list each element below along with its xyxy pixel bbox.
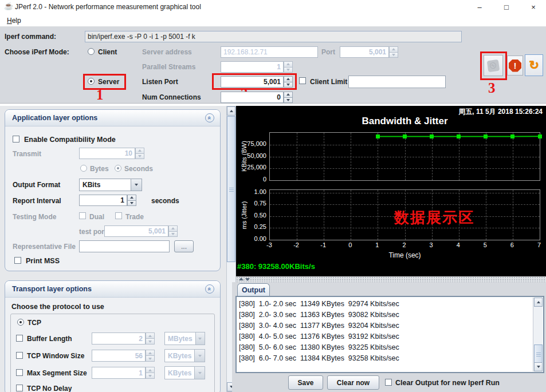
grid-line [351, 190, 351, 240]
port-value: 5,001 [369, 48, 386, 56]
y-tick-label: 0.75 [238, 200, 266, 207]
splitter-expand-down-icon[interactable] [245, 278, 250, 281]
chart-annotation-text: 数据展示区 [394, 208, 474, 228]
num-connections-value: 0 [277, 93, 281, 101]
client-limit-checkbox[interactable] [299, 77, 306, 84]
transmit-label: Transmit [13, 150, 41, 158]
x-tick-label: 2 [396, 241, 413, 248]
buffer-length-checkbox[interactable] [16, 335, 23, 342]
report-interval-label: Report Interval [13, 197, 61, 205]
close-icon[interactable]: × [522, 0, 545, 14]
transmit-field[interactable]: 10 [79, 148, 135, 159]
tcp-window-stepper[interactable] [146, 350, 155, 362]
max-segment-unit-select[interactable]: KBytes [164, 366, 205, 379]
help-menu[interactable]: Help [5, 16, 23, 25]
scroll-down-icon[interactable] [534, 362, 543, 371]
output-log[interactable]: [380] 1.0- 2.0 sec 11349 KBytes 92974 Kb… [235, 296, 544, 373]
transmit-stepper[interactable] [135, 148, 144, 159]
output-line: [380] 1.0- 2.0 sec 11349 KBytes 92974 Kb… [239, 299, 532, 310]
port-stepper[interactable] [389, 46, 398, 58]
annotation-number-3: 3 [488, 80, 496, 96]
x-tick-label: -2 [288, 241, 305, 248]
application-layer-header[interactable]: Application layer options « [5, 110, 220, 126]
tcp-window-unit-select[interactable]: KBytes [164, 349, 205, 362]
client-radio-label: Client [98, 48, 117, 56]
grid-line [270, 157, 540, 157]
port-field[interactable]: 5,001 [340, 46, 389, 58]
scroll-up-icon[interactable] [534, 298, 543, 307]
max-segment-label: Max Segment Size [27, 369, 87, 377]
splitter-expand-up-icon[interactable] [239, 278, 243, 280]
client-limit-field[interactable] [348, 76, 446, 88]
y-tick-label: 0.25 [238, 223, 266, 230]
scroll-up-icon[interactable] [227, 106, 235, 116]
clear-output-checkbox[interactable] [385, 379, 392, 386]
client-limit-label: Client Limit [310, 78, 347, 86]
chart-title: Bandwidth & Jitter [269, 116, 540, 127]
iperf-command-field[interactable]: bin/iperf.exe -s -P 0 -i 1 -p 5001 -f k [85, 31, 462, 42]
y-tick-label: 75,000 [238, 140, 266, 147]
num-connections-field[interactable]: 0 [221, 92, 284, 103]
output-line: [380] 6.0- 7.0 sec 11384 KBytes 93258 Kb… [239, 353, 532, 364]
restart-button[interactable]: ↻ [525, 54, 543, 76]
max-segment-stepper[interactable] [146, 367, 155, 379]
server-address-field[interactable]: 192.168.12.71 [221, 46, 318, 58]
collapse-up-icon[interactable]: « [205, 284, 214, 294]
client-radio[interactable] [88, 48, 95, 55]
enable-compat-checkbox[interactable] [13, 136, 19, 142]
tcp-no-delay-checkbox[interactable] [16, 385, 23, 391]
stop-button[interactable]: ! [507, 56, 523, 76]
output-scrollbar-thumb[interactable] [534, 345, 543, 363]
representative-file-field[interactable] [79, 240, 170, 252]
buffer-length-unit: MBytes [165, 332, 195, 345]
report-interval-field[interactable]: 1 [79, 195, 127, 206]
seconds-radio[interactable] [115, 165, 121, 172]
collapse-up-icon[interactable]: « [205, 113, 214, 122]
print-mss-checkbox[interactable] [14, 257, 21, 264]
buffer-length-stepper[interactable] [146, 332, 155, 345]
x-tick-label: 1 [368, 241, 386, 248]
output-format-label: Output Format [13, 181, 60, 189]
report-interval-stepper[interactable] [127, 195, 136, 206]
max-segment-field[interactable]: 1 [92, 367, 146, 379]
save-button[interactable]: Save [288, 375, 323, 390]
dual-checkbox[interactable] [79, 212, 86, 219]
trade-checkbox[interactable] [115, 212, 122, 219]
grid-line [378, 190, 378, 240]
grid-line [486, 190, 486, 240]
clear-now-button[interactable]: Clear now [327, 375, 379, 390]
num-connections-stepper[interactable] [284, 92, 293, 103]
annotation-box-2 [212, 73, 297, 90]
max-segment-checkbox[interactable] [16, 369, 23, 376]
parallel-streams-stepper[interactable] [284, 61, 293, 73]
test-port-field[interactable]: 5,001 [104, 225, 168, 237]
splitter-handle[interactable] [236, 276, 546, 282]
data-point [376, 134, 380, 138]
grid-line [513, 190, 513, 240]
bytes-radio[interactable] [80, 165, 87, 172]
output-scrollbar[interactable] [533, 298, 543, 371]
tcp-radio[interactable] [17, 319, 24, 326]
parallel-streams-label: Parallel Streams [142, 63, 195, 71]
buffer-length-unit-select[interactable]: MBytes [164, 332, 205, 345]
data-point [510, 134, 514, 138]
annotation-box-3 [480, 52, 507, 80]
test-port-stepper[interactable] [168, 225, 178, 237]
transport-layer-header[interactable]: Transport layer options « [5, 281, 220, 298]
buffer-length-field[interactable]: 2 [92, 332, 146, 345]
minimize-icon[interactable]: – [468, 0, 491, 14]
maximize-icon[interactable]: □ [495, 0, 518, 14]
output-format-select[interactable]: KBits [79, 179, 142, 191]
bandwidth-jitter-chart: 周五, 11 5月 2018 15:26:24 Bandwidth & Jitt… [236, 106, 546, 276]
browse-button[interactable]: ... [174, 240, 194, 252]
tcp-window-field[interactable]: 56 [92, 350, 146, 362]
tab-output[interactable]: Output [237, 283, 270, 296]
tcp-window-checkbox[interactable] [16, 352, 23, 359]
jperf-window: ☕ JPerf 2.0 - Network performance measur… [0, 0, 546, 392]
annotation-box-1 [83, 74, 126, 90]
options-scrollbar-thumb[interactable] [227, 116, 235, 262]
x-tick-label: 3 [423, 241, 440, 248]
data-point [538, 134, 542, 138]
data-point [457, 134, 461, 138]
parallel-streams-field[interactable]: 1 [221, 61, 284, 73]
